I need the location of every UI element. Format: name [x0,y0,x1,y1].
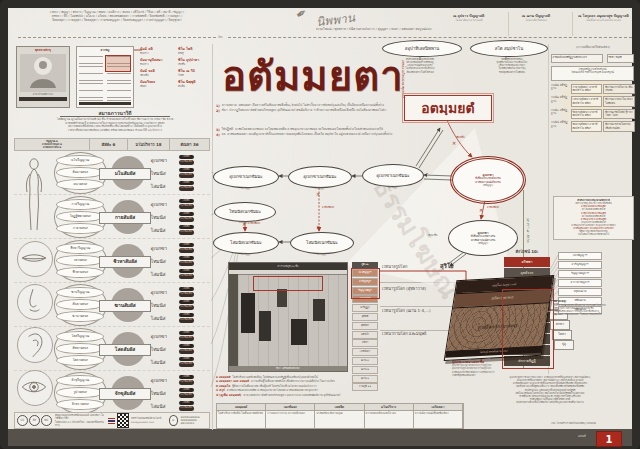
capsule-nekkhamma: เนกขัมมสิต [179,274,194,279]
capsule-nekkhamma: เนกขัมมสิต [179,204,194,209]
capsule-gehasita: เคหสิต [179,300,194,305]
feeling-label: โทมนัส [151,345,178,353]
slide-label: เลื่อนชั้น [456,136,465,139]
contact-cell: จักขุสัมผัส [107,371,151,414]
buddha-photo-caption: อานาปานสติภาวนา [19,93,67,96]
buddha-photo-strip [19,97,67,101]
scan-highlight [253,276,323,291]
capsule-gehasita: เคหสิต [179,256,194,261]
feeling-label: โสมนัส [151,402,178,410]
contact-circle: ชิวหาสัมผัส [111,244,145,278]
sati-panna-1: สติปัญญา [228,187,264,190]
method-intro: โสฬสญาณ ญาณในอานาปานสติ ๑๖ ขั้น กำหนดลมห… [20,118,210,133]
feeling: โสมนัส เคหสิต เนกขัมมสิต [151,224,210,236]
scan-header: ตารางภพภูมิ ๓๑ ชั้น [229,263,347,270]
capsule-gehasita: เคหสิต [179,212,194,217]
feelings-cell: อุเบกขา เคหสิต เนกขัมมสิต โทมนัส เคหสิต [151,374,210,412]
red-term-sub: ตรัสรู้ [178,52,210,55]
feeling: อุเบกขา เคหสิต เนกขัมมสิต [151,330,210,342]
ayatana-item: โผฏฐัพพายตนะ [56,211,104,222]
capsule-nekkhamma: เนกขัมมสิต [179,406,194,411]
realm-item: ฌาน ๒ [352,366,378,374]
oval-sato: สโต สมฺปชาโน [470,40,548,57]
feeling-label: อุเบกขา [151,244,178,252]
sense-table-header: วิญญาณ 6อายตนะภายนอก 6อายตนะภายใน 6 ผัสส… [14,138,210,151]
capsule-nekkhamma: เนกขัมมสิต [179,173,194,178]
feeling-label: โสมนัส [151,226,178,234]
arupa-tag: วิญญาณัญจาฯ [558,270,602,278]
feeling-label: อุเบกขา [151,156,178,164]
realm-item: เวหัปผลา [352,348,378,356]
copyright-icon: © [169,415,178,426]
row-label: กรณี๔ สติปัฏฐาน [551,121,570,131]
ayatana-item: สัททายตนะ [56,343,104,354]
red-term: ธัมมี สติ ชั่วคราว [140,47,172,55]
feeling-label: อุเบกขา [151,376,178,384]
top-column: ณ โลกุตตร อนุตตรสุข ปัญญาสติ เมื่อสิ้นอา… [573,14,634,22]
ayatana-item: รูปายตนะ [56,387,104,398]
feeling: โทมนัส เคหสิต เนกขัมมสิต [151,255,210,267]
cc-line2: ไม่ดัดแปลง 3.0 ประเทศไทย · เผยแพร่เป็นธร… [55,421,106,427]
capsule-nekkhamma: เนกขัมมสิต [179,160,194,165]
glossary-term: อตมฺมยตํ [217,404,265,411]
capsules: เคหสิต เนกขัมมสิต [179,388,194,398]
feeling: อุเบกขา เคหสิต เนกขัมมสิต [151,198,210,210]
sati-panna-6: สติปัญญา [304,253,340,256]
eye-sketch [17,370,53,406]
thai-flag [108,418,115,424]
feeling: โทมนัส เคหสิต เนกขัมมสิต [151,211,210,223]
feeling-label: โทมนัส [151,257,178,265]
capsule-nekkhamma: เนกขัมมสิต [179,349,194,354]
capsule-nekkhamma: เนกขัมมสิต [179,248,194,253]
summary-line: ๕ (ดูเพิ่ม อตมฺมยตํ) ตามรอยพระบาลีสฬายตน… [216,394,462,398]
contact-label: จักขุสัมผัส [99,388,151,400]
row-label: กรณี๑ สติปัฏฐาน [551,84,570,94]
atammayatam-text: อตมฺมยตํ [421,97,474,119]
intro-line: เวทนาทั้งหลายอาศัยเรือน (เคหสิต) หรืออาศ… [20,129,210,133]
glossary-term: เคหสิต [315,404,363,411]
feeling: โสมนัส เคหสิต เนกขัมมสิต [151,312,210,324]
row-pali: ธัมมานุปัสสนา อาตาปี สัมปชาโน สติมา [571,121,603,131]
ayatana-item: กายวิญญาณ [56,199,104,210]
sequence-line: จนไม่มีอะไรต้องอาศัยอีกต่อไป [556,233,631,236]
feeling: โทมนัส เคหสิต เนกขัมมสิต [151,167,210,179]
feeling: โสมนัส เคหสิต เนกขัมมสิต [151,180,210,192]
paragraph-text: ผล: อาศัยอตัมมยตา ละแม้อุเบกขาที่เป็นเอก… [222,133,393,137]
right-head-box: เจริญสติปัฏฐานสี่ให้บริบูรณ์โพชฌงค์เจ็ด … [551,66,634,81]
red-term-sub: ดับเย็น [178,85,210,88]
note-line: ที่สุดแห่งทางคืออตัมมยตา ไม่ต้องอาศัยแม้… [553,313,634,316]
sati-panna-3: สติปัญญา [375,186,411,189]
red-term: ชิโน ณ วิถี ในวิถี [178,69,210,77]
contact-circle: กายสัมผัส [111,200,145,234]
feelings-cell: อุเบกขา เคหสิต เนกขัมมสิต โทมนัส เคหสิต [151,242,210,280]
realm-item: อกนิฏฐา [352,304,378,312]
x-icon: ✕ [316,191,320,197]
contents-strip [79,102,131,105]
contact-cell: โสตสัมผัส [107,327,151,370]
feeling-label: โสมนัส [151,182,178,190]
cut-line-right [228,37,632,38]
glossary-term: มโนปวิจาร [365,404,413,411]
vedana-sequence-panel: ลำดับการละเวทนาตามพระบาลีเพราะอาศัยเวทนา… [553,196,634,240]
ayatana-item: คันธายตนะ [56,299,104,310]
glossary-entry: เนกขัมมะ การออกจากกาม ความปลีกออก [266,404,315,428]
right-head-b: วิชชา–วิมุตติ [607,54,634,63]
ellipse-label: อุเบกขาเนกขัมมะ [376,173,409,179]
domanassa-nekkhamma: โทมนัสเนกขัมมะ [214,202,276,222]
arupa-tag: อากิญจัญญาฯ [558,261,602,269]
glossary-entry: เคหสิต อาศัยเรือน อิงกามคุณ [315,404,364,428]
upekkha-nekkhamma-3: อุเบกขาเนกขัมมะ [362,164,424,187]
x-icon: ✕ [452,140,456,146]
paragraph-number: 4) [216,133,220,137]
buddha-photo-frame: พุทธทาสภิกขุ อานาปานสติภาวนา [16,46,70,108]
red-term-sub: ชั่วคราว [140,63,172,66]
contact-circle: ฆานสัมผัส [111,288,145,322]
capsules: เคหสิต เนกขัมมสิต [179,181,194,191]
fetters-red-frame [502,289,554,369]
glossary-def: ไม่สำเร็จจากสิ่งนั้น ไม่ต้องอาศัยปัจจัย [217,411,265,417]
scissors-icon: ✂ [218,33,223,40]
feeling-label: อุเบกขา [151,332,178,340]
top-term-list: เวทนา / สัญญา / สังขาร / วิญญาณ / ผัสสะ … [18,11,216,23]
rel-label-2: อาศัยเพื่อละ [248,222,260,225]
glossary-def: อาศัยเรือน อิงกามคุณ [315,411,363,417]
